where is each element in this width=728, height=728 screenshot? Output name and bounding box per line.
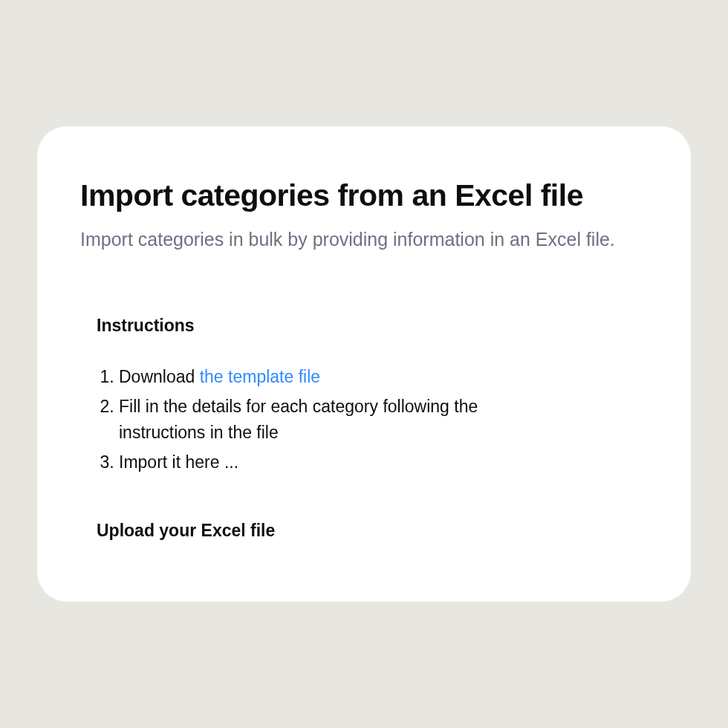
instruction-step-3: Import it here ...	[119, 449, 496, 476]
instruction-step-1-prefix: Download	[119, 367, 200, 386]
instructions-list: Download the template file Fill in the d…	[97, 364, 496, 476]
template-file-link[interactable]: the template file	[200, 367, 320, 386]
instruction-step-1: Download the template file	[119, 364, 496, 391]
import-card: Import categories from an Excel file Imp…	[37, 126, 691, 602]
instructions-heading: Instructions	[97, 316, 496, 336]
instruction-step-2: Fill in the details for each category fo…	[119, 394, 496, 446]
content-area: Instructions Download the template file …	[80, 316, 496, 541]
page-subtitle: Import categories in bulk by providing i…	[80, 227, 648, 253]
upload-heading: Upload your Excel file	[97, 521, 496, 541]
page-title: Import categories from an Excel file	[80, 178, 648, 213]
